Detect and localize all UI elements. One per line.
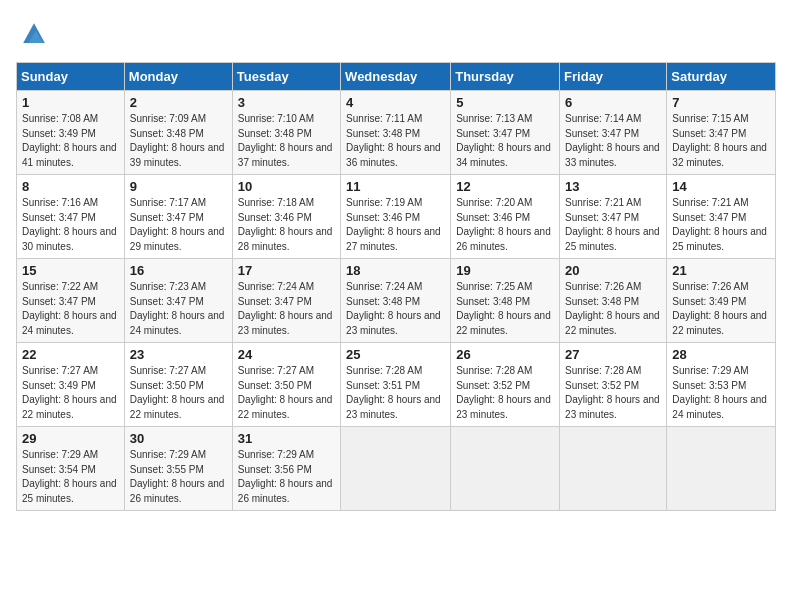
calendar-week-row: 1Sunrise: 7:08 AMSunset: 3:49 PMDaylight… [17, 91, 776, 175]
cell-info: Sunrise: 7:24 AMSunset: 3:48 PMDaylight:… [346, 280, 445, 338]
day-number: 18 [346, 263, 445, 278]
calendar-cell: 20Sunrise: 7:26 AMSunset: 3:48 PMDayligh… [560, 259, 667, 343]
logo [16, 16, 56, 52]
calendar-cell: 25Sunrise: 7:28 AMSunset: 3:51 PMDayligh… [341, 343, 451, 427]
calendar-cell: 18Sunrise: 7:24 AMSunset: 3:48 PMDayligh… [341, 259, 451, 343]
calendar-cell: 16Sunrise: 7:23 AMSunset: 3:47 PMDayligh… [124, 259, 232, 343]
calendar-cell: 22Sunrise: 7:27 AMSunset: 3:49 PMDayligh… [17, 343, 125, 427]
cell-info: Sunrise: 7:27 AMSunset: 3:50 PMDaylight:… [238, 364, 335, 422]
cell-info: Sunrise: 7:16 AMSunset: 3:47 PMDaylight:… [22, 196, 119, 254]
calendar-cell [451, 427, 560, 511]
day-number: 31 [238, 431, 335, 446]
cell-info: Sunrise: 7:09 AMSunset: 3:48 PMDaylight:… [130, 112, 227, 170]
calendar-cell: 2Sunrise: 7:09 AMSunset: 3:48 PMDaylight… [124, 91, 232, 175]
day-number: 1 [22, 95, 119, 110]
day-number: 19 [456, 263, 554, 278]
day-number: 8 [22, 179, 119, 194]
col-header-wednesday: Wednesday [341, 63, 451, 91]
calendar-cell: 28Sunrise: 7:29 AMSunset: 3:53 PMDayligh… [667, 343, 776, 427]
day-number: 17 [238, 263, 335, 278]
cell-info: Sunrise: 7:25 AMSunset: 3:48 PMDaylight:… [456, 280, 554, 338]
logo-icon [16, 16, 52, 52]
cell-info: Sunrise: 7:28 AMSunset: 3:51 PMDaylight:… [346, 364, 445, 422]
calendar-week-row: 29Sunrise: 7:29 AMSunset: 3:54 PMDayligh… [17, 427, 776, 511]
cell-info: Sunrise: 7:24 AMSunset: 3:47 PMDaylight:… [238, 280, 335, 338]
cell-info: Sunrise: 7:08 AMSunset: 3:49 PMDaylight:… [22, 112, 119, 170]
col-header-monday: Monday [124, 63, 232, 91]
cell-info: Sunrise: 7:13 AMSunset: 3:47 PMDaylight:… [456, 112, 554, 170]
day-number: 23 [130, 347, 227, 362]
col-header-friday: Friday [560, 63, 667, 91]
day-number: 20 [565, 263, 661, 278]
cell-info: Sunrise: 7:20 AMSunset: 3:46 PMDaylight:… [456, 196, 554, 254]
cell-info: Sunrise: 7:19 AMSunset: 3:46 PMDaylight:… [346, 196, 445, 254]
cell-info: Sunrise: 7:28 AMSunset: 3:52 PMDaylight:… [565, 364, 661, 422]
cell-info: Sunrise: 7:29 AMSunset: 3:56 PMDaylight:… [238, 448, 335, 506]
calendar-table: SundayMondayTuesdayWednesdayThursdayFrid… [16, 62, 776, 511]
calendar-cell: 15Sunrise: 7:22 AMSunset: 3:47 PMDayligh… [17, 259, 125, 343]
cell-info: Sunrise: 7:17 AMSunset: 3:47 PMDaylight:… [130, 196, 227, 254]
day-number: 10 [238, 179, 335, 194]
day-number: 14 [672, 179, 770, 194]
calendar-week-row: 22Sunrise: 7:27 AMSunset: 3:49 PMDayligh… [17, 343, 776, 427]
calendar-cell [341, 427, 451, 511]
cell-info: Sunrise: 7:27 AMSunset: 3:49 PMDaylight:… [22, 364, 119, 422]
cell-info: Sunrise: 7:28 AMSunset: 3:52 PMDaylight:… [456, 364, 554, 422]
col-header-saturday: Saturday [667, 63, 776, 91]
day-number: 30 [130, 431, 227, 446]
calendar-cell: 8Sunrise: 7:16 AMSunset: 3:47 PMDaylight… [17, 175, 125, 259]
col-header-sunday: Sunday [17, 63, 125, 91]
cell-info: Sunrise: 7:27 AMSunset: 3:50 PMDaylight:… [130, 364, 227, 422]
calendar-cell: 31Sunrise: 7:29 AMSunset: 3:56 PMDayligh… [232, 427, 340, 511]
calendar-cell: 29Sunrise: 7:29 AMSunset: 3:54 PMDayligh… [17, 427, 125, 511]
calendar-cell [667, 427, 776, 511]
day-number: 15 [22, 263, 119, 278]
calendar-cell: 9Sunrise: 7:17 AMSunset: 3:47 PMDaylight… [124, 175, 232, 259]
page-header [16, 16, 776, 52]
calendar-cell: 3Sunrise: 7:10 AMSunset: 3:48 PMDaylight… [232, 91, 340, 175]
calendar-cell: 14Sunrise: 7:21 AMSunset: 3:47 PMDayligh… [667, 175, 776, 259]
day-number: 25 [346, 347, 445, 362]
calendar-cell: 21Sunrise: 7:26 AMSunset: 3:49 PMDayligh… [667, 259, 776, 343]
calendar-cell: 13Sunrise: 7:21 AMSunset: 3:47 PMDayligh… [560, 175, 667, 259]
cell-info: Sunrise: 7:11 AMSunset: 3:48 PMDaylight:… [346, 112, 445, 170]
calendar-cell: 30Sunrise: 7:29 AMSunset: 3:55 PMDayligh… [124, 427, 232, 511]
day-number: 13 [565, 179, 661, 194]
calendar-cell: 17Sunrise: 7:24 AMSunset: 3:47 PMDayligh… [232, 259, 340, 343]
cell-info: Sunrise: 7:15 AMSunset: 3:47 PMDaylight:… [672, 112, 770, 170]
cell-info: Sunrise: 7:29 AMSunset: 3:54 PMDaylight:… [22, 448, 119, 506]
calendar-cell: 27Sunrise: 7:28 AMSunset: 3:52 PMDayligh… [560, 343, 667, 427]
day-number: 3 [238, 95, 335, 110]
day-number: 4 [346, 95, 445, 110]
col-header-tuesday: Tuesday [232, 63, 340, 91]
day-number: 27 [565, 347, 661, 362]
cell-info: Sunrise: 7:29 AMSunset: 3:55 PMDaylight:… [130, 448, 227, 506]
day-number: 5 [456, 95, 554, 110]
day-number: 7 [672, 95, 770, 110]
cell-info: Sunrise: 7:10 AMSunset: 3:48 PMDaylight:… [238, 112, 335, 170]
calendar-cell: 6Sunrise: 7:14 AMSunset: 3:47 PMDaylight… [560, 91, 667, 175]
calendar-header-row: SundayMondayTuesdayWednesdayThursdayFrid… [17, 63, 776, 91]
calendar-cell: 7Sunrise: 7:15 AMSunset: 3:47 PMDaylight… [667, 91, 776, 175]
calendar-cell [560, 427, 667, 511]
day-number: 22 [22, 347, 119, 362]
calendar-week-row: 8Sunrise: 7:16 AMSunset: 3:47 PMDaylight… [17, 175, 776, 259]
calendar-cell: 24Sunrise: 7:27 AMSunset: 3:50 PMDayligh… [232, 343, 340, 427]
calendar-cell: 10Sunrise: 7:18 AMSunset: 3:46 PMDayligh… [232, 175, 340, 259]
calendar-cell: 11Sunrise: 7:19 AMSunset: 3:46 PMDayligh… [341, 175, 451, 259]
day-number: 16 [130, 263, 227, 278]
day-number: 26 [456, 347, 554, 362]
calendar-cell: 1Sunrise: 7:08 AMSunset: 3:49 PMDaylight… [17, 91, 125, 175]
cell-info: Sunrise: 7:29 AMSunset: 3:53 PMDaylight:… [672, 364, 770, 422]
cell-info: Sunrise: 7:26 AMSunset: 3:48 PMDaylight:… [565, 280, 661, 338]
day-number: 21 [672, 263, 770, 278]
day-number: 29 [22, 431, 119, 446]
cell-info: Sunrise: 7:18 AMSunset: 3:46 PMDaylight:… [238, 196, 335, 254]
calendar-cell: 4Sunrise: 7:11 AMSunset: 3:48 PMDaylight… [341, 91, 451, 175]
calendar-cell: 19Sunrise: 7:25 AMSunset: 3:48 PMDayligh… [451, 259, 560, 343]
col-header-thursday: Thursday [451, 63, 560, 91]
day-number: 6 [565, 95, 661, 110]
calendar-week-row: 15Sunrise: 7:22 AMSunset: 3:47 PMDayligh… [17, 259, 776, 343]
cell-info: Sunrise: 7:21 AMSunset: 3:47 PMDaylight:… [565, 196, 661, 254]
cell-info: Sunrise: 7:14 AMSunset: 3:47 PMDaylight:… [565, 112, 661, 170]
